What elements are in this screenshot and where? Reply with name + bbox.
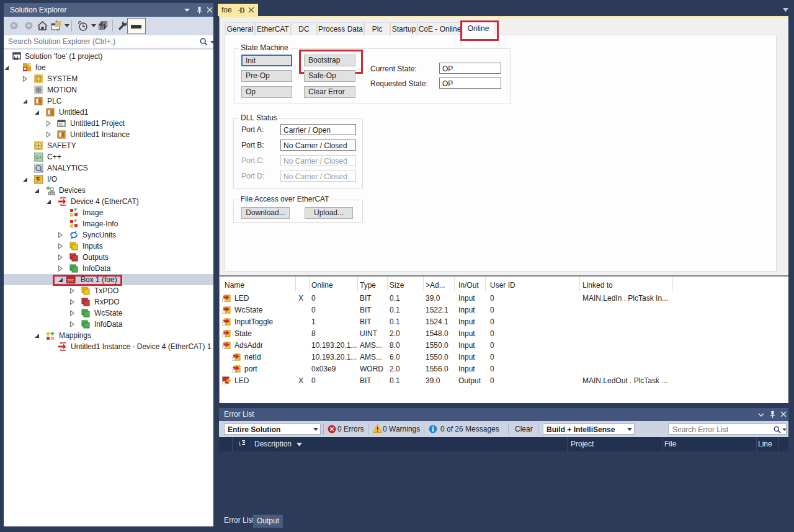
svg-text:C+: C+: [35, 154, 42, 160]
